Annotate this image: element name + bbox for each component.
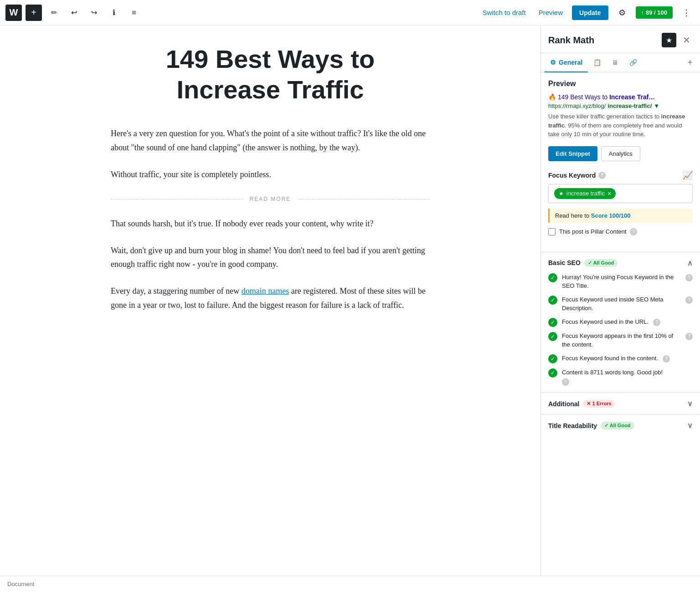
keyword-remove-button[interactable]: × xyxy=(607,190,611,197)
status-bar: Document xyxy=(0,576,700,592)
check-item-4: ✓ Focus Keyword appears in the first 10%… xyxy=(548,332,693,349)
settings-button[interactable]: ⚙ xyxy=(614,5,630,21)
additional-section: Additional ✕ 1 Errors ∨ xyxy=(541,393,700,414)
edit-snippet-button[interactable]: Edit Snippet xyxy=(548,146,597,161)
paragraph-5[interactable]: Every day, a staggering number of new do… xyxy=(111,284,430,312)
add-block-button[interactable]: + xyxy=(26,5,42,21)
score-badge[interactable]: ↑ 89 / 100 xyxy=(636,6,673,19)
toolbar-right: Switch to draft Preview Update ⚙ ↑ 89 / … xyxy=(479,5,695,21)
analytics-button[interactable]: Analytics xyxy=(601,146,640,161)
pillar-content-label: This post is Pillar Content xyxy=(559,228,626,235)
preview-url[interactable]: https://rmapi.xyz/blog/increase-traffic/… xyxy=(548,102,693,109)
additional-chevron-icon: ∨ xyxy=(687,399,693,408)
check-icon-5: ✓ xyxy=(548,354,557,363)
preview-button[interactable]: Preview xyxy=(535,6,566,19)
keyword-tag: ★ increase traffic × xyxy=(554,188,616,199)
editor-area: 149 Best Ways to Increase Traffic Here's… xyxy=(0,26,540,576)
keyword-value: increase traffic xyxy=(566,190,605,197)
preview-card: Preview 🔥 149 Best Ways to Increase Traf… xyxy=(548,80,693,139)
check-help-4[interactable]: ? xyxy=(685,333,693,340)
check-item-6: ✓ Content is 8711 words long. Good job! … xyxy=(548,368,693,387)
rank-math-tabs: ⚙ General 📋 🖥 🔗 + xyxy=(541,53,700,72)
focus-keyword-text: Focus Keyword xyxy=(548,172,596,179)
pillar-content-checkbox[interactable] xyxy=(548,228,556,235)
check-help-1[interactable]: ? xyxy=(685,274,693,281)
check-item-1: ✓ Hurray! You're using Focus Keyword in … xyxy=(548,273,693,291)
check-icon-4: ✓ xyxy=(548,332,557,341)
keyword-input-area[interactable]: ★ increase traffic × xyxy=(548,184,693,203)
check-icon-3: ✓ xyxy=(548,318,557,327)
tab-general[interactable]: ⚙ General xyxy=(545,53,588,72)
basic-seo-chevron-icon: ∧ xyxy=(687,259,693,267)
domain-names-link[interactable]: domain names xyxy=(242,286,289,296)
tab-add-button[interactable]: + xyxy=(684,56,696,69)
paragraph-1[interactable]: Here's a very zen question for you. What… xyxy=(111,127,430,154)
check-icon-2: ✓ xyxy=(548,296,557,305)
paragraph-3[interactable]: That sounds harsh, but it's true. If nob… xyxy=(111,217,430,231)
check-help-5[interactable]: ? xyxy=(663,355,670,362)
focus-keyword-header: Focus Keyword ? 📈 xyxy=(548,170,693,180)
additional-header[interactable]: Additional ✕ 1 Errors ∨ xyxy=(548,399,693,408)
undo-button[interactable]: ↩ xyxy=(66,5,82,21)
switch-to-draft-button[interactable]: Switch to draft xyxy=(479,6,530,19)
fire-emoji: 🔥 xyxy=(548,93,556,101)
url-arrow-icon: ▼ xyxy=(654,102,659,109)
more-options-button[interactable]: ⋮ xyxy=(678,5,695,21)
preview-title-plain: 149 Best Ways to xyxy=(558,93,609,101)
status-label: Document xyxy=(7,581,34,587)
tab-schema[interactable]: 🖥 xyxy=(607,53,624,72)
general-tab-icon: ⚙ xyxy=(550,59,556,66)
post-content: Here's a very zen question for you. What… xyxy=(111,127,430,312)
rank-math-close-button[interactable]: ✕ xyxy=(680,34,693,46)
links-tab-icon: 🔗 xyxy=(629,59,637,66)
trend-icon[interactable]: 📈 xyxy=(683,170,693,180)
basic-seo-section: Basic SEO ✓ All Good ∧ ✓ Hurray! You're … xyxy=(541,252,700,393)
title-readability-badge: ✓ All Good xyxy=(601,422,634,429)
tab-social[interactable]: 📋 xyxy=(588,53,607,72)
pillar-content-help-icon[interactable]: ? xyxy=(630,228,637,235)
info-button[interactable]: ℹ xyxy=(106,5,122,21)
rank-math-header: Rank Math ★ ✕ xyxy=(541,26,700,53)
general-tab-label: General xyxy=(559,59,582,66)
desc-before: Use these killer traffic generation tact… xyxy=(548,113,661,120)
preview-title-highlight: Increase Traf… xyxy=(609,93,655,101)
redo-button[interactable]: ↪ xyxy=(86,5,102,21)
rank-math-title: Rank Math xyxy=(548,35,662,46)
main-layout: 149 Best Ways to Increase Traffic Here's… xyxy=(0,26,700,576)
check-item-5: ✓ Focus Keyword found in the content. ? xyxy=(548,354,693,363)
score-cta: Read here to Score 100/100 xyxy=(548,209,693,223)
check-text-2: Focus Keyword used inside SEO Meta Descr… xyxy=(562,295,681,313)
update-button[interactable]: Update xyxy=(572,5,608,20)
focus-keyword-help-icon[interactable]: ? xyxy=(598,172,606,179)
basic-seo-header[interactable]: Basic SEO ✓ All Good ∧ xyxy=(548,259,693,267)
check-help-6[interactable]: ? xyxy=(562,378,569,386)
edit-mode-button[interactable]: ✏ xyxy=(46,5,62,21)
social-tab-icon: 📋 xyxy=(593,59,601,66)
rank-math-star-button[interactable]: ★ xyxy=(662,33,676,47)
paragraph-4[interactable]: Wait, don't give up and burn your blog i… xyxy=(111,244,430,271)
paragraph-2[interactable]: Without traffic, your site is completely… xyxy=(111,168,430,182)
check-icon-1: ✓ xyxy=(548,273,557,282)
post-title[interactable]: 149 Best Ways to Increase Traffic xyxy=(111,44,430,105)
check-text-6: Content is 8711 words long. Good job! xyxy=(562,369,663,376)
snippet-actions: Edit Snippet Analytics xyxy=(548,146,693,161)
check-help-2[interactable]: ? xyxy=(685,296,693,304)
tab-links[interactable]: 🔗 xyxy=(624,53,643,72)
rank-math-sidebar: Rank Math ★ ✕ ⚙ General 📋 🖥 🔗 + xyxy=(540,26,700,576)
list-view-button[interactable]: ≡ xyxy=(126,5,142,21)
wp-logo-icon[interactable]: W xyxy=(5,5,22,21)
title-readability-section: Title Readability ✓ All Good ∨ xyxy=(541,414,700,436)
check-help-3[interactable]: ? xyxy=(653,319,660,326)
title-readability-header[interactable]: Title Readability ✓ All Good ∨ xyxy=(548,421,693,430)
read-more-divider: READ MORE xyxy=(111,196,430,202)
keyword-star-icon: ★ xyxy=(559,190,564,197)
desc-after: . 95% of them are completely free and wo… xyxy=(548,122,682,138)
preview-title: 🔥 149 Best Ways to Increase Traf… xyxy=(548,93,693,101)
pillar-content-row: This post is Pillar Content ? xyxy=(548,228,693,235)
url-base: https://rmapi.xyz/blog/ xyxy=(548,102,606,109)
additional-badge: ✕ 1 Errors xyxy=(583,400,615,408)
title-readability-label: Title Readability xyxy=(548,422,597,429)
score-value: 89 / 100 xyxy=(646,9,667,16)
score-cta-link[interactable]: Score 100/100 xyxy=(591,212,631,219)
wp-logo-text: W xyxy=(10,7,18,18)
